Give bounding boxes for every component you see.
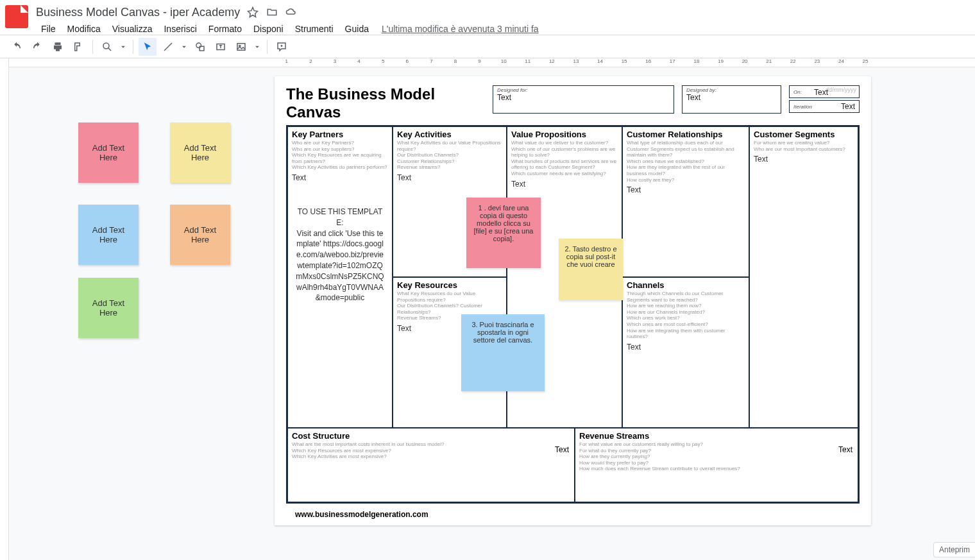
menu-format[interactable]: Formato (203, 22, 247, 35)
block-customer-segments[interactable]: Customer Segments For whom are we creati… (750, 127, 858, 427)
palette-sticky-pink[interactable]: Add Text Here (78, 123, 139, 183)
vertical-ruler (0, 58, 9, 560)
palette-sticky-blue[interactable]: Add Text Here (78, 205, 139, 265)
zoom-dropdown-icon[interactable] (119, 38, 128, 56)
preview-tab-button[interactable]: Anteprim (933, 542, 975, 557)
bmc-grid: Key Partners Who are our Key Partners? W… (286, 125, 860, 504)
sticky-note-1[interactable]: 1 . devi fare una copia di questo modell… (466, 198, 541, 268)
menu-help[interactable]: Guida (340, 22, 374, 35)
app-header: Business Model Canvas - iper Academy Fil… (0, 0, 975, 35)
on-date-box[interactable]: On: dd/mm/yyyy Text (789, 85, 860, 98)
textbox-tool-button[interactable] (212, 38, 230, 56)
image-dropdown-icon[interactable] (253, 38, 262, 56)
undo-button[interactable] (8, 38, 26, 56)
line-tool-button[interactable] (159, 38, 177, 56)
menu-file[interactable]: File (36, 22, 61, 35)
workspace[interactable]: 1234567891011121314151617181920212223242… (0, 58, 975, 560)
block-key-partners[interactable]: Key Partners Who are our Key Partners? W… (288, 127, 393, 427)
image-tool-button[interactable] (232, 38, 250, 56)
redo-button[interactable] (28, 38, 46, 56)
block-channels[interactable]: Channels Through which Channels do our C… (623, 278, 749, 427)
star-icon[interactable] (246, 6, 259, 19)
template-instructions[interactable]: TO USE THIS TEMPLATE: Visit and click 'U… (292, 201, 388, 309)
block-cost-structure[interactable]: Cost Structure What are the most importa… (288, 428, 575, 503)
footer-url[interactable]: www.businessmodelgeneration.com (295, 510, 428, 519)
iteration-box[interactable]: Iteration Text (789, 100, 860, 113)
block-revenue-streams[interactable]: Revenue Streams For what value are our c… (575, 428, 858, 503)
app-logo-icon[interactable] (5, 5, 28, 28)
sticky-note-3[interactable]: 3. Puoi trascinarla e spostarla in ogni … (461, 314, 545, 391)
menu-arrange[interactable]: Disponi (248, 22, 289, 35)
cloud-status-icon[interactable] (285, 6, 298, 19)
print-button[interactable] (49, 38, 67, 56)
move-folder-icon[interactable] (266, 6, 278, 19)
designed-for-box[interactable]: Designed for: Text (493, 85, 674, 114)
canvas-main-title[interactable]: The Business Model Canvas (286, 85, 485, 121)
palette-sticky-yellow[interactable]: Add Text Here (170, 123, 230, 183)
horizontal-ruler: 1234567891011121314151617181920212223242… (9, 58, 975, 67)
designed-by-box[interactable]: Designed by: Text (682, 85, 781, 114)
paint-format-button[interactable] (69, 38, 87, 56)
shape-tool-button[interactable] (191, 38, 209, 56)
zoom-button[interactable] (98, 38, 116, 56)
drawing-canvas[interactable]: The Business Model Canvas Designed for: … (275, 76, 871, 525)
menu-tools[interactable]: Strumenti (290, 22, 339, 35)
menu-bar: File Modifica Visualizza Inserisci Forma… (36, 21, 539, 37)
svg-rect-4 (237, 43, 245, 50)
menu-view[interactable]: Visualizza (107, 22, 158, 35)
line-dropdown-icon[interactable] (180, 38, 189, 56)
last-edit-link[interactable]: L'ultima modifica è avvenuta 3 minuti fa (382, 24, 539, 34)
select-tool-button[interactable] (139, 38, 157, 56)
menu-edit[interactable]: Modifica (62, 22, 106, 35)
document-title[interactable]: Business Model Canvas - iper Academy (36, 6, 240, 19)
sticky-note-2[interactable]: 2. Tasto destro e copia sul post-it che … (559, 239, 623, 300)
menu-insert[interactable]: Inserisci (158, 22, 201, 35)
block-customer-relationships[interactable]: Customer Relationships What type of rela… (623, 127, 749, 278)
toolbar (0, 35, 975, 58)
palette-sticky-green[interactable]: Add Text Here (78, 278, 139, 338)
svg-point-1 (196, 43, 201, 48)
palette-sticky-orange[interactable]: Add Text Here (170, 205, 230, 265)
comment-button[interactable] (273, 38, 291, 56)
